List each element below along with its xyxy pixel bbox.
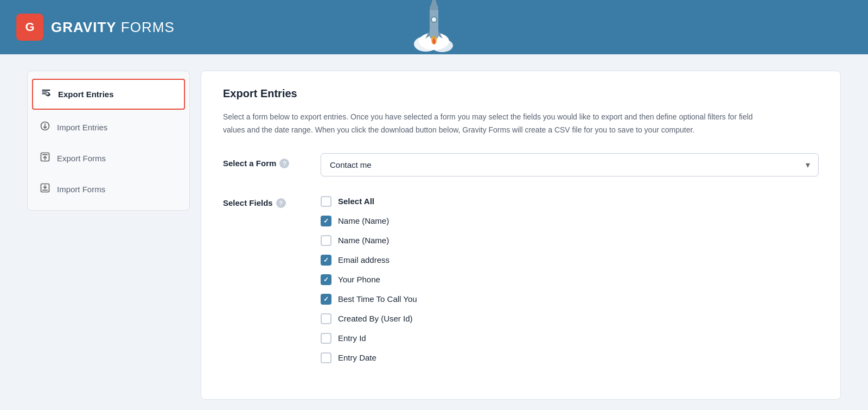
list-item: Created By (User Id): [321, 310, 819, 327]
page-title: Export Entries: [223, 87, 819, 100]
field-label-0[interactable]: Name (Name): [338, 216, 389, 225]
select-fields-label: Select Fields ?: [223, 193, 299, 208]
field-label-2[interactable]: Email address: [338, 255, 390, 264]
app-header: G GRAVITY FORMS: [0, 0, 868, 54]
sidebar-item-label: Export Forms: [57, 154, 106, 163]
checkbox-list: Select All Name (Name) Name (Name): [321, 193, 819, 367]
sidebar: Export Entries Import Entries: [27, 71, 190, 211]
import-forms-icon: [40, 182, 50, 196]
field-label-5[interactable]: Created By (User Id): [338, 314, 413, 323]
select-form-label: Select a Form ?: [223, 153, 299, 168]
rocket-illustration: [412, 0, 456, 54]
sidebar-item-import-entries[interactable]: Import Entries: [28, 112, 189, 143]
list-item: Entry Date: [321, 349, 819, 367]
export-forms-icon: [40, 152, 50, 165]
import-entries-icon: [40, 121, 50, 134]
list-item: Name (Name): [321, 232, 819, 249]
sidebar-item-import-forms[interactable]: Import Forms: [28, 174, 189, 205]
field-label-7[interactable]: Entry Date: [338, 353, 376, 362]
field-checkbox-0[interactable]: [321, 216, 331, 226]
field-label-6[interactable]: Entry Id: [338, 333, 366, 343]
select-form-help-icon[interactable]: ?: [279, 159, 289, 168]
sidebar-item-label: Import Entries: [57, 123, 107, 132]
list-item: Name (Name): [321, 212, 819, 230]
list-item: Best Time To Call You: [321, 291, 819, 308]
select-form-section: Select a Form ? Contact me ▾: [223, 153, 819, 176]
export-entries-icon: [41, 87, 52, 101]
svg-rect-3: [430, 9, 438, 39]
logo-text: GRAVITY FORMS: [51, 19, 175, 36]
content-description: Select a form below to export entries. O…: [223, 111, 765, 137]
field-checkbox-1[interactable]: [321, 235, 331, 246]
field-checkbox-2[interactable]: [321, 255, 331, 266]
svg-point-7: [432, 17, 436, 22]
logo-icon: G: [16, 14, 43, 41]
field-checkbox-3[interactable]: [321, 274, 331, 285]
form-select[interactable]: Contact me: [321, 153, 819, 176]
list-item: Entry Id: [321, 330, 819, 347]
sidebar-item-label: Export Entries: [58, 90, 114, 99]
select-fields-section: Select Fields ? Select All Name (Name): [223, 193, 819, 367]
list-item: Email address: [321, 251, 819, 269]
svg-point-11: [432, 39, 436, 44]
select-all-label[interactable]: Select All: [338, 197, 374, 206]
field-checkbox-7[interactable]: [321, 352, 331, 363]
form-select-wrapper: Contact me ▾: [321, 153, 819, 176]
select-fields-help-icon[interactable]: ?: [276, 198, 286, 208]
logo: G GRAVITY FORMS: [16, 14, 175, 41]
main-content: Export Entries Select a form below to ex…: [201, 71, 841, 400]
field-label-3[interactable]: Your Phone: [338, 275, 380, 284]
main-wrapper: Export Entries Import Entries: [16, 54, 852, 410]
field-checkbox-6[interactable]: [321, 333, 331, 344]
sidebar-item-label: Import Forms: [57, 185, 105, 194]
field-checkbox-5[interactable]: [321, 313, 331, 324]
list-item: Your Phone: [321, 271, 819, 288]
svg-marker-5: [430, 0, 438, 9]
sidebar-item-export-forms[interactable]: Export Forms: [28, 143, 189, 174]
form-select-area: Contact me ▾: [321, 153, 819, 176]
field-label-4[interactable]: Best Time To Call You: [338, 294, 417, 304]
field-label-1[interactable]: Name (Name): [338, 236, 389, 245]
field-checkbox-4[interactable]: [321, 294, 331, 305]
sidebar-item-export-entries[interactable]: Export Entries: [32, 79, 185, 110]
fields-list-area: Select All Name (Name) Name (Name): [321, 193, 819, 367]
list-item: Select All: [321, 193, 819, 210]
select-all-checkbox[interactable]: [321, 196, 331, 207]
